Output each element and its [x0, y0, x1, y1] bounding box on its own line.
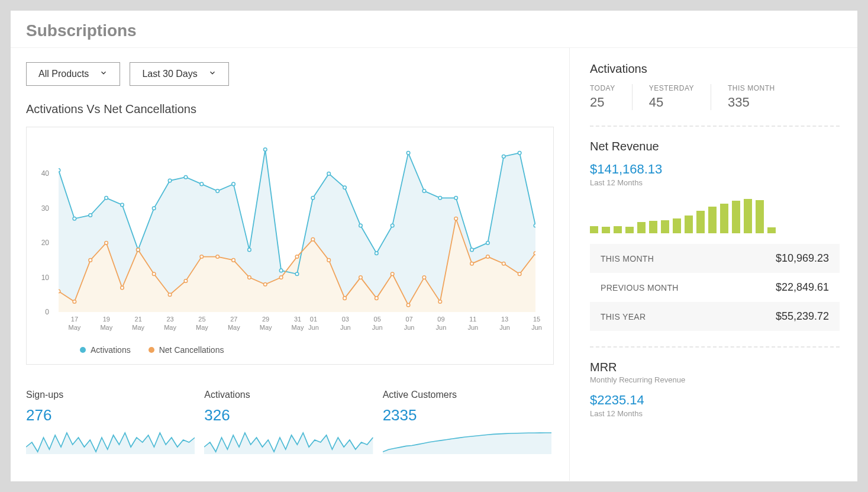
summary-row: Sign-ups 276 Activations 326 Active Cust… [26, 390, 569, 456]
filter-range-select[interactable]: Last 30 Days [130, 62, 228, 86]
stat-this-month: THIS MONTH 335 [711, 84, 792, 110]
revenue-bar [708, 207, 717, 233]
summary-activations-value: 326 [204, 406, 373, 425]
svg-point-10 [216, 189, 220, 193]
svg-point-40 [200, 255, 204, 259]
svg-point-2 [89, 214, 92, 217]
stat-this-month-label: THIS MONTH [728, 84, 775, 92]
stat-today: TODAY 25 [590, 84, 632, 110]
revenue-bar [649, 221, 657, 233]
summary-active: Active Customers 2335 [383, 390, 551, 456]
svg-point-9 [200, 182, 204, 186]
chart-yaxis: 010203040 [27, 139, 53, 312]
xtick: 03Jun [340, 316, 351, 332]
filter-range-label: Last 30 Days [142, 69, 197, 79]
revenue-row-prev-month: PREVIOUS MONTH $22,849.61 [590, 273, 840, 302]
svg-point-24 [438, 196, 442, 200]
revenue-bar-chart [590, 198, 840, 233]
svg-point-22 [406, 152, 410, 155]
revenue-row-value: $55,239.72 [776, 310, 829, 323]
svg-point-11 [232, 182, 235, 186]
stat-yesterday-value: 45 [649, 95, 694, 110]
svg-point-33 [89, 259, 92, 262]
xtick: 19May [100, 316, 112, 332]
revenue-row-this-month: THIS MONTH $10,969.23 [590, 244, 840, 273]
revenue-row-value: $22,849.61 [776, 281, 829, 294]
sparkline-activations [204, 430, 373, 454]
svg-point-21 [391, 224, 394, 227]
xtick: 01Jun [308, 316, 319, 332]
svg-point-45 [279, 276, 283, 279]
revenue-bar [602, 227, 610, 233]
xtick: 17May [69, 316, 81, 332]
svg-point-15 [295, 272, 299, 276]
svg-point-30 [534, 224, 535, 227]
side-activations-title: Activations [590, 62, 840, 76]
summary-active-label: Active Customers [383, 390, 551, 400]
side-panel: Activations TODAY 25 YESTERDAY 45 THIS M… [570, 48, 857, 481]
svg-point-37 [152, 272, 156, 276]
svg-point-56 [454, 217, 458, 221]
legend-item-net-cancellations: Net Cancellations [149, 345, 224, 355]
svg-point-14 [279, 269, 283, 272]
svg-point-47 [311, 238, 315, 242]
chart-plot [59, 139, 535, 312]
svg-point-31 [59, 290, 60, 293]
svg-point-35 [121, 286, 124, 290]
chart-card: 010203040 17May19May21May23May25May27May… [26, 127, 554, 365]
svg-point-1 [73, 217, 76, 221]
revenue-bar [732, 201, 740, 233]
svg-point-12 [248, 248, 251, 252]
summary-activations: Activations 326 [204, 390, 373, 456]
chart-xaxis: 17May19May21May23May25May27May29May31May… [59, 316, 535, 342]
svg-point-19 [359, 224, 363, 227]
svg-point-43 [248, 276, 251, 279]
legend-dot-icon [80, 347, 86, 353]
xtick: 09Jun [436, 316, 447, 332]
summary-signups-label: Sign-ups [26, 390, 195, 400]
revenue-bar [637, 222, 646, 233]
xtick: 13Jun [499, 316, 510, 332]
filter-product-label: All Products [38, 69, 89, 79]
summary-active-value: 2335 [383, 406, 551, 425]
svg-point-41 [216, 255, 220, 259]
legend-label-net-cancellations: Net Cancellations [159, 345, 224, 355]
svg-point-29 [518, 152, 521, 155]
divider [590, 126, 840, 127]
svg-point-6 [152, 207, 156, 210]
xtick: 31May [292, 316, 304, 332]
xtick: 25May [196, 316, 208, 332]
mrr-amount: $2235.14 [590, 393, 840, 408]
svg-point-49 [343, 297, 347, 300]
xtick: 23May [164, 316, 176, 332]
svg-point-27 [486, 241, 490, 245]
revenue-bar [744, 199, 752, 233]
sparkline-signups [26, 430, 195, 454]
xtick: 11Jun [467, 316, 478, 332]
svg-point-54 [422, 276, 426, 279]
svg-point-32 [73, 300, 76, 304]
main-panel: All Products Last 30 Days Activations Vs… [11, 48, 570, 481]
svg-point-48 [327, 259, 331, 262]
revenue-bar [673, 218, 681, 233]
summary-activations-label: Activations [204, 390, 373, 400]
page-title: Subscriptions [26, 21, 842, 40]
xtick: 21May [132, 316, 144, 332]
revenue-row-this-year: THIS YEAR $55,239.72 [590, 302, 840, 331]
svg-point-44 [263, 282, 267, 286]
filter-product-select[interactable]: All Products [26, 62, 120, 86]
svg-point-50 [359, 276, 363, 279]
chart-title: Activations Vs Net Cancellations [26, 102, 569, 116]
chart-legend: Activations Net Cancellations [80, 345, 224, 355]
svg-point-53 [406, 304, 410, 307]
svg-point-23 [422, 189, 426, 193]
ytick: 10 [41, 274, 49, 282]
svg-point-25 [454, 196, 458, 200]
svg-point-36 [137, 248, 140, 252]
xtick: 29May [260, 316, 272, 332]
ytick: 40 [41, 169, 49, 178]
revenue-row-label: THIS MONTH [601, 254, 654, 263]
svg-point-61 [534, 252, 535, 255]
mrr-title: MRR [590, 361, 840, 374]
revenue-sub: Last 12 Months [590, 178, 840, 187]
